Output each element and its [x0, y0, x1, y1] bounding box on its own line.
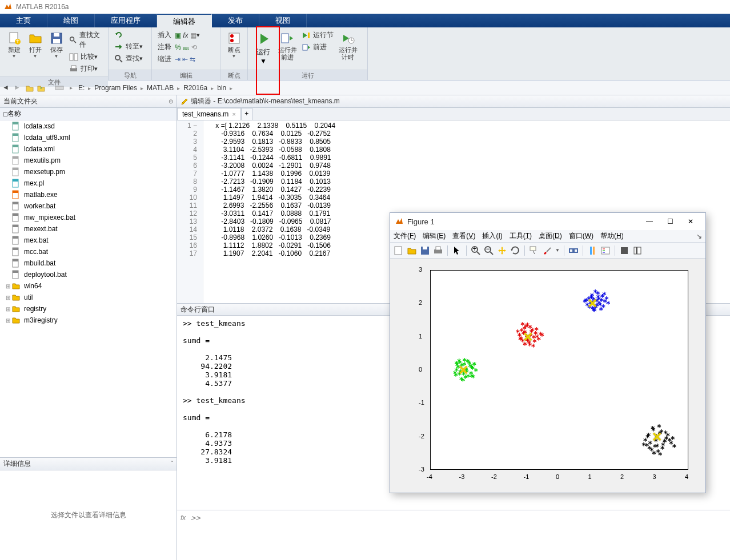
figure-menu-item[interactable]: 查看(V): [452, 231, 475, 241]
new-fig-icon[interactable]: [394, 245, 404, 256]
hide-plot-icon[interactable]: [619, 245, 629, 256]
file-row[interactable]: deploytool.bat: [0, 269, 177, 280]
run-section-button[interactable]: 运行节: [299, 29, 336, 41]
figure-menu-item[interactable]: 帮助(H): [600, 231, 624, 241]
legend-icon[interactable]: [600, 245, 611, 256]
line-gutter: 1 − 2 3 4 5 6 7 8 9 10 11 12 13 14 15 16…: [177, 120, 203, 303]
nav-fwd-icon[interactable]: ►: [14, 83, 23, 92]
figure-menu-item[interactable]: 插入(I): [482, 231, 502, 241]
goto-button[interactable]: 转至 ▾: [112, 41, 145, 53]
indent-button[interactable]: 缩进 ⇥ ⇤ ⇆: [155, 53, 216, 65]
ribbon-tab-5[interactable]: 视图: [259, 14, 307, 27]
find-button[interactable]: 查找 ▾: [112, 53, 145, 65]
file-row[interactable]: mexutils.pm: [0, 155, 177, 166]
close-button[interactable]: ✕: [680, 215, 701, 228]
close-tab-icon[interactable]: ×: [232, 111, 235, 118]
ribbon-tab-1[interactable]: 绘图: [47, 14, 95, 27]
figure-titlebar[interactable]: Figure 1 — ☐ ✕: [390, 213, 705, 230]
figure-menu-item[interactable]: 桌面(D): [539, 231, 562, 241]
advance-button[interactable]: 前进: [299, 41, 336, 53]
figure-menu-item[interactable]: 文件(F): [394, 231, 416, 241]
folder-up-icon[interactable]: [25, 83, 34, 92]
colorbar-icon[interactable]: [587, 245, 597, 256]
file-list[interactable]: □ 名称 lcdata.xsdlcdata_utf8.xmllcdata.xml…: [0, 108, 177, 457]
file-row[interactable]: matlab.exe: [0, 189, 177, 200]
file-row[interactable]: mexext.bat: [0, 223, 177, 235]
breadcrumb-seg[interactable]: bin: [217, 84, 226, 92]
run-button[interactable]: 运行▼: [251, 29, 275, 67]
save-fig-icon[interactable]: [420, 245, 430, 256]
command-prompt[interactable]: fx >>: [177, 510, 730, 525]
breakpoints-button[interactable]: 断点▼: [224, 29, 244, 61]
file-row[interactable]: mexsetup.pm: [0, 166, 177, 178]
ribbon-tab-4[interactable]: 发布: [212, 14, 259, 27]
print-button[interactable]: 打印 ▾: [67, 63, 105, 75]
figure-window[interactable]: Figure 1 — ☐ ✕ 文件(F)编辑(E)查看(V)插入(I)工具(T)…: [390, 212, 706, 493]
file-row[interactable]: lcdata.xsd: [0, 120, 177, 132]
link-icon[interactable]: [568, 245, 579, 256]
file-row[interactable]: lcdata.xml: [0, 143, 177, 155]
pointer-icon[interactable]: [452, 245, 462, 256]
y-tick: -2: [419, 433, 424, 440]
figure-canvas[interactable]: ******************************✕*********…: [390, 259, 705, 493]
datatip-icon[interactable]: [529, 245, 539, 256]
scatter-point: *: [656, 424, 662, 430]
svg-rect-31: [13, 156, 18, 159]
ribbon-tab-3[interactable]: 编辑器: [157, 14, 212, 27]
file-row[interactable]: mex.bat: [0, 235, 177, 246]
breadcrumb-seg[interactable]: MATLAB: [147, 84, 174, 92]
find-files-button[interactable]: 查找文件: [67, 29, 105, 51]
folder-row[interactable]: ⊞util: [0, 292, 177, 303]
folder-row[interactable]: ⊞win64: [0, 280, 177, 292]
figure-menu-item[interactable]: 窗口(W): [569, 231, 593, 241]
dock-icon[interactable]: ↘: [696, 232, 702, 240]
undo-button[interactable]: [112, 29, 145, 41]
zoom-out-icon[interactable]: −: [484, 245, 494, 256]
run-time-button[interactable]: 运行并计时: [336, 29, 360, 63]
show-plot-icon[interactable]: [632, 245, 643, 256]
nav-back-icon[interactable]: ◄: [2, 83, 11, 92]
figure-menu-item[interactable]: 工具(T): [510, 231, 532, 241]
open-button[interactable]: 打开▼: [25, 29, 46, 61]
file-row[interactable]: mw_mpiexec.bat: [0, 212, 177, 223]
brush-icon[interactable]: [542, 245, 552, 256]
panel-collapse-icon[interactable]: ˇ: [171, 461, 173, 467]
print-fig-icon[interactable]: [433, 245, 443, 256]
file-row[interactable]: mex.pl: [0, 178, 177, 189]
compare-button[interactable]: 比较 ▾: [67, 51, 105, 63]
save-button[interactable]: 保存▼: [46, 29, 67, 61]
folder-row[interactable]: ⊞registry: [0, 303, 177, 315]
centroid-marker: ✕: [587, 299, 597, 309]
code-content[interactable]: x =[ 1.2126 2.1338 0.5115 0.2044 -0.9316…: [203, 120, 340, 303]
folder-row[interactable]: ⊞m3iregistry: [0, 315, 177, 326]
new-button[interactable]: +新建▼: [3, 29, 25, 61]
ribbon-tab-0[interactable]: 主页: [0, 14, 47, 27]
breadcrumb-seg[interactable]: R2016a: [183, 84, 207, 92]
breadcrumb-seg[interactable]: Program Files: [94, 84, 137, 92]
zoom-in-icon[interactable]: +: [471, 245, 481, 256]
column-header[interactable]: □ 名称: [0, 108, 177, 120]
file-row[interactable]: lcdata_utf8.xml: [0, 132, 177, 143]
axes[interactable]: ******************************✕*********…: [430, 270, 688, 470]
pan-icon[interactable]: [497, 245, 507, 256]
panel-collapse-icon[interactable]: ⊙: [169, 98, 173, 104]
insert-button[interactable]: 插入 ▣ fx ▦ ▾: [155, 29, 216, 41]
run-advance-icon: [280, 31, 294, 45]
editor-tab[interactable]: test_kmeans.m×: [177, 108, 241, 120]
open-fig-icon[interactable]: [407, 245, 417, 256]
minimize-button[interactable]: —: [639, 215, 660, 228]
maximize-button[interactable]: ☐: [660, 215, 680, 228]
file-row[interactable]: mbuild.bat: [0, 257, 177, 269]
figure-menu-item[interactable]: 编辑(E): [423, 231, 446, 241]
comment-button[interactable]: 注释 % ⅏ ⟲: [155, 41, 216, 53]
breadcrumb-seg[interactable]: E:: [78, 84, 85, 92]
new-tab-button[interactable]: +: [241, 108, 252, 120]
file-row[interactable]: worker.bat: [0, 200, 177, 212]
svg-rect-35: [13, 179, 18, 182]
folder-icon[interactable]: [37, 83, 46, 92]
ribbon-tab-2[interactable]: 应用程序: [95, 14, 157, 27]
rotate-icon[interactable]: [510, 245, 520, 256]
file-row[interactable]: mcc.bat: [0, 246, 177, 257]
svg-rect-56: [436, 247, 440, 250]
run-advance-button[interactable]: 运行并前进: [275, 29, 299, 63]
